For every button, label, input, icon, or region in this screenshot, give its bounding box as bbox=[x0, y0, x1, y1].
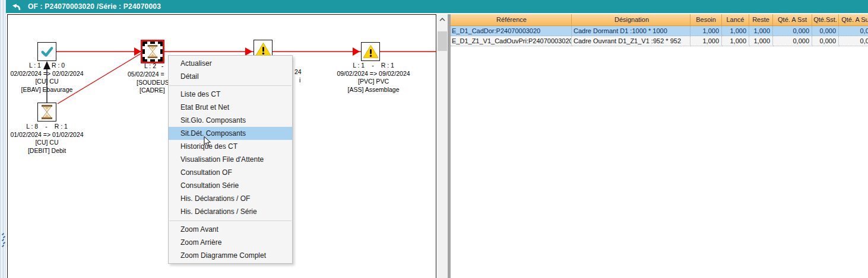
column-header-qte-sst[interactable]: Qté.Sst. bbox=[812, 14, 839, 26]
window-title-bar: OF : P24070003020 /Série : P24070003 bbox=[6, 0, 868, 13]
column-header-reste[interactable]: Reste bbox=[749, 14, 773, 26]
node-resource: [CU] CU bbox=[0, 78, 94, 86]
cell-lance: 1,000 bbox=[722, 36, 749, 46]
menu-separator bbox=[169, 83, 292, 88]
hourglass-icon bbox=[40, 104, 54, 120]
launched-count: L : 8 bbox=[26, 123, 38, 131]
chevron-up-icon bbox=[439, 18, 445, 21]
cell-qte-a-sub: 0,00 bbox=[839, 36, 868, 46]
menu-item-his-declarations-serie[interactable]: His. Déclarations / Série bbox=[169, 205, 292, 218]
menu-item-detail[interactable]: Détail bbox=[169, 70, 292, 83]
node-label-4-date-fragment: 24 bbox=[294, 68, 302, 76]
operation-node-debit[interactable] bbox=[37, 103, 56, 122]
menu-separator bbox=[169, 218, 292, 223]
cell-reference: E_D1_Z1_V1_CadOuvPri:P24070003020 bbox=[451, 36, 572, 46]
column-header-besoin[interactable]: Besoin bbox=[690, 14, 722, 26]
menu-item-sit-det-composants[interactable]: Sit.Dét. Composants bbox=[169, 127, 292, 140]
cell-besoin: 1,000 bbox=[690, 36, 722, 46]
column-header-reference[interactable]: Référence bbox=[451, 14, 572, 26]
menu-item-zoom-avant[interactable]: Zoom Avant bbox=[169, 223, 292, 236]
diagram-vertical-scrollbar[interactable] bbox=[437, 14, 448, 278]
cell-besoin: 1,000 bbox=[690, 26, 722, 36]
remaining-count: R : 0 bbox=[52, 62, 65, 70]
menu-item-visualisation-file-attente[interactable]: Visualisation File d'Attente bbox=[169, 153, 292, 166]
scrollbar-thumb[interactable] bbox=[438, 31, 447, 51]
node-label-ass: L : 1 - R : 1 09/02/2024 => 09/02/2024 [… bbox=[326, 62, 421, 94]
cell-designation: Cadre Dormant D1 :1000 * 1000 bbox=[572, 26, 690, 36]
warning-icon bbox=[255, 42, 271, 56]
node-operation: [DEBIT] Debit bbox=[0, 147, 94, 155]
cell-qte-sst: 0,000 bbox=[812, 26, 839, 36]
remaining-count: R : 1 bbox=[381, 62, 394, 70]
menu-item-actualiser[interactable]: Actualiser bbox=[169, 57, 292, 70]
check-icon bbox=[39, 44, 55, 59]
operation-node-cadre-selected[interactable] bbox=[142, 41, 163, 62]
operation-node-ebav[interactable] bbox=[37, 42, 56, 61]
cell-qte-sst: 0,000 bbox=[812, 36, 839, 46]
column-header-lance[interactable]: Lancé bbox=[722, 14, 749, 26]
menu-item-zoom-diagramme-complet[interactable]: Zoom Diagramme Complet bbox=[169, 249, 292, 262]
context-menu: Actualiser Détail Liste des CT Etat Brut… bbox=[168, 55, 293, 264]
node-dates: 02/02/2024 => 02/02/2024 bbox=[0, 70, 94, 78]
cell-reste: 1,000 bbox=[749, 36, 773, 46]
components-table: Référence Désignation Besoin Lancé Reste… bbox=[451, 14, 868, 46]
remaining-count: R : 1 bbox=[55, 123, 68, 131]
node-resource: [PVC] PVC bbox=[326, 78, 421, 86]
cell-designation: Cadre Ouvrant D1_Z1_V1 :952 * 952 bbox=[572, 36, 690, 46]
column-header-qte-a-sst[interactable]: Qté. A Sst bbox=[773, 14, 812, 26]
node-label-debit: L : 8 - R : 1 01/02/2024 => 01/02/2024 [… bbox=[0, 123, 94, 155]
node-operation: [EBAV] Ebavurage bbox=[0, 86, 94, 94]
menu-item-sit-glo-composants[interactable]: Sit.Glo. Composants bbox=[169, 114, 292, 127]
stat-separator: - bbox=[45, 123, 47, 131]
of-window-icon bbox=[11, 2, 22, 11]
operation-node-ass[interactable] bbox=[361, 42, 380, 61]
cell-reference: E_D1_CadDor:P24070003020 bbox=[451, 26, 572, 36]
warning-icon bbox=[363, 44, 379, 59]
menu-item-consultation-of[interactable]: Consultation OF bbox=[169, 166, 292, 179]
column-header-qte-a-sub[interactable]: Qté. A Sub bbox=[839, 14, 868, 26]
launched-count: L : 1 bbox=[29, 62, 41, 70]
cell-lance: 1,000 bbox=[722, 26, 749, 36]
menu-item-liste-des-ct[interactable]: Liste des CT bbox=[169, 88, 292, 101]
cell-reste: 1,000 bbox=[749, 26, 773, 36]
column-header-designation[interactable]: Désignation bbox=[572, 14, 690, 26]
cell-qte-a-sst: 0,000 bbox=[773, 26, 812, 36]
menu-item-his-declarations-of[interactable]: His. Déclarations / OF bbox=[169, 192, 292, 205]
application-window: OF : P24070003020 /Série : P24070003 L :… bbox=[0, 0, 868, 278]
table-header-row: Référence Désignation Besoin Lancé Reste… bbox=[451, 14, 868, 26]
node-label-cadre-stat: L : 2 - bbox=[144, 62, 163, 70]
menu-item-consultation-serie[interactable]: Consultation Série bbox=[169, 179, 292, 192]
mouse-cursor-icon bbox=[204, 136, 211, 147]
node-operation: [ASS] Assemblage bbox=[326, 86, 421, 94]
node-label-4-operation-fragment: i bbox=[299, 76, 300, 84]
hourglass-icon bbox=[146, 44, 159, 59]
node-label-cadre-operation: [CADRE] bbox=[140, 87, 165, 94]
node-label-cadre-date: 05/02/2024 = bbox=[128, 71, 164, 78]
node-resource: [CU] CU bbox=[0, 139, 94, 147]
panel-splitter[interactable] bbox=[448, 14, 451, 278]
window-title: OF : P24070003020 /Série : P24070003 bbox=[28, 2, 161, 11]
node-dates: 01/02/2024 => 01/02/2024 bbox=[0, 131, 94, 139]
scrollbar-up-button[interactable] bbox=[437, 14, 448, 24]
launched-count: L : 1 bbox=[353, 62, 365, 70]
table-row[interactable]: E_D1_CadDor:P24070003020 Cadre Dormant D… bbox=[451, 26, 868, 36]
node-label-ebav: L : 1 R : 0 02/02/2024 => 02/02/2024 [CU… bbox=[0, 62, 94, 94]
menu-item-historique-des-ct[interactable]: Historique des CT bbox=[169, 140, 292, 153]
node-dates: 09/02/2024 => 09/02/2024 bbox=[326, 70, 421, 78]
menu-item-zoom-arriere[interactable]: Zoom Arrière bbox=[169, 236, 292, 249]
menu-item-etat-brut-et-net[interactable]: Etat Brut et Net bbox=[169, 101, 292, 114]
cell-qte-a-sst: 0,000 bbox=[773, 36, 812, 46]
table-row[interactable]: E_D1_Z1_V1_CadOuvPri:P24070003020 Cadre … bbox=[451, 36, 868, 46]
cell-qte-a-sub: 0,00 bbox=[839, 26, 868, 36]
stat-separator: - bbox=[372, 62, 374, 70]
